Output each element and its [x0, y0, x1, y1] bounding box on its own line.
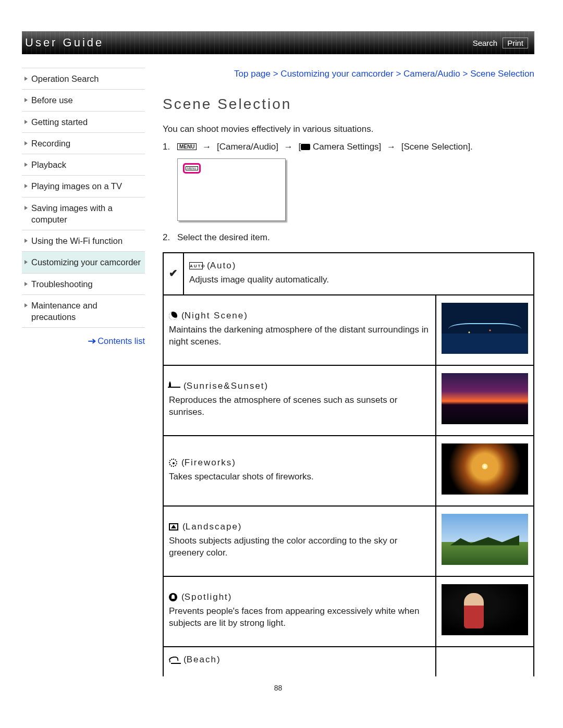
table-row: SpotlightPrevents people's faces from ap…	[163, 576, 534, 647]
sidebar-item[interactable]: Playback	[22, 154, 145, 176]
table-row: Sunrise&SunsetReproduces the atmosphere …	[163, 365, 534, 436]
scene-cell: LandscapeShoots subjects adjusting the c…	[163, 506, 436, 576]
scene-thumb	[436, 436, 534, 506]
scene-desc: Reproduces the atmosphere of scenes such…	[169, 394, 430, 418]
sidebar: Operation SearchBefore useGetting starte…	[22, 68, 145, 676]
search-link[interactable]: Search	[473, 39, 498, 47]
step-1: 1. MENU → [Camera/Audio] → [ Camera Sett…	[163, 142, 534, 221]
lcd-illustration	[177, 158, 286, 221]
scene-table: ✔AUTO AutoAdjusts image quality automati…	[163, 252, 534, 676]
menu-icon: MENU	[177, 143, 197, 150]
spotlight-icon	[169, 593, 177, 601]
scene-thumb	[436, 647, 534, 676]
table-row: LandscapeShoots subjects adjusting the c…	[163, 506, 534, 576]
sidebar-item[interactable]: Customizing your camcorder	[22, 252, 145, 273]
scene-name: Night Scene	[181, 311, 247, 321]
breadcrumb[interactable]: Top page > Customizing your camcorder > …	[163, 68, 534, 80]
arrow-right-icon: →	[284, 142, 293, 152]
page-title: Scene Selection	[163, 96, 534, 113]
scene-thumb	[436, 295, 534, 365]
page-number: 88	[22, 684, 534, 692]
scene-desc: Maintains the darkening atmosphere of th…	[169, 324, 430, 348]
scene-cell: Sunrise&SunsetReproduces the atmosphere …	[163, 365, 436, 436]
scene-thumb	[436, 365, 534, 436]
sidebar-item[interactable]: Before use	[22, 90, 145, 111]
scene-cell: AUTO AutoAdjusts image quality automatic…	[183, 253, 534, 295]
scene-name: Beach	[183, 655, 220, 665]
table-row: FireworksTakes spectacular shots of fire…	[163, 436, 534, 506]
scene-image	[442, 584, 528, 635]
app-title: User Guide	[25, 36, 104, 50]
scene-name: Spotlight	[181, 592, 231, 602]
auto-icon: AUTO	[189, 262, 203, 269]
scene-image	[442, 373, 528, 424]
scene-image	[442, 443, 528, 495]
sidebar-item[interactable]: Recording	[22, 133, 145, 154]
default-checkmark: ✔	[163, 253, 183, 295]
scene-image	[442, 303, 528, 354]
scene-desc: Adjusts image quality automatically.	[189, 274, 528, 286]
sidebar-item[interactable]: Saving images with a computer	[22, 198, 145, 231]
sidebar-item[interactable]: Using the Wi-Fi function	[22, 230, 145, 252]
sidebar-item[interactable]: Maintenance and precautions	[22, 295, 145, 328]
beach-icon	[169, 656, 179, 664]
check-icon: ✔	[169, 267, 178, 279]
intro-text: You can shoot movies effectively in vari…	[163, 124, 534, 134]
table-row: Night SceneMaintains the darkening atmos…	[163, 295, 534, 365]
landscape-icon	[169, 523, 178, 530]
sidebar-item[interactable]: Getting started	[22, 112, 145, 133]
title-bar: User Guide Search Print	[22, 31, 534, 54]
moon-icon	[167, 311, 178, 322]
scene-image	[442, 514, 528, 565]
fireworks-icon	[169, 459, 177, 467]
sidebar-item[interactable]: Playing images on a TV	[22, 176, 145, 197]
table-row: Beach	[163, 647, 534, 676]
arrow-right-icon: ➜	[88, 336, 96, 346]
scene-thumb	[436, 506, 534, 576]
scene-thumb	[436, 576, 534, 647]
arrow-right-icon: →	[202, 142, 211, 152]
step-2: 2. Select the desired item.	[163, 232, 534, 243]
sunset-icon	[169, 382, 179, 390]
scene-desc: Prevents people's faces from appearing e…	[169, 606, 430, 630]
scene-name: Landscape	[182, 522, 241, 532]
scene-name: Sunrise&Sunset	[183, 381, 267, 391]
movie-icon	[301, 144, 310, 150]
sidebar-item[interactable]: Operation Search	[22, 68, 145, 90]
arrow-right-icon: →	[387, 142, 396, 152]
table-row: ✔AUTO AutoAdjusts image quality automati…	[163, 253, 534, 295]
scene-cell: SpotlightPrevents people's faces from ap…	[163, 576, 436, 647]
contents-list-link[interactable]: ➜Contents list	[22, 336, 145, 346]
scene-desc: Shoots subjects adjusting the color acco…	[169, 535, 430, 559]
scene-desc: Takes spectacular shots of fireworks.	[169, 471, 430, 483]
scene-cell: Night SceneMaintains the darkening atmos…	[163, 295, 436, 365]
print-button[interactable]: Print	[503, 38, 528, 48]
scene-cell: Beach	[163, 647, 436, 676]
sidebar-item[interactable]: Troubleshooting	[22, 274, 145, 295]
menu-highlight-icon	[183, 163, 201, 174]
scene-name: Auto	[207, 261, 235, 271]
scene-cell: FireworksTakes spectacular shots of fire…	[163, 436, 436, 506]
scene-name: Fireworks	[181, 458, 235, 468]
